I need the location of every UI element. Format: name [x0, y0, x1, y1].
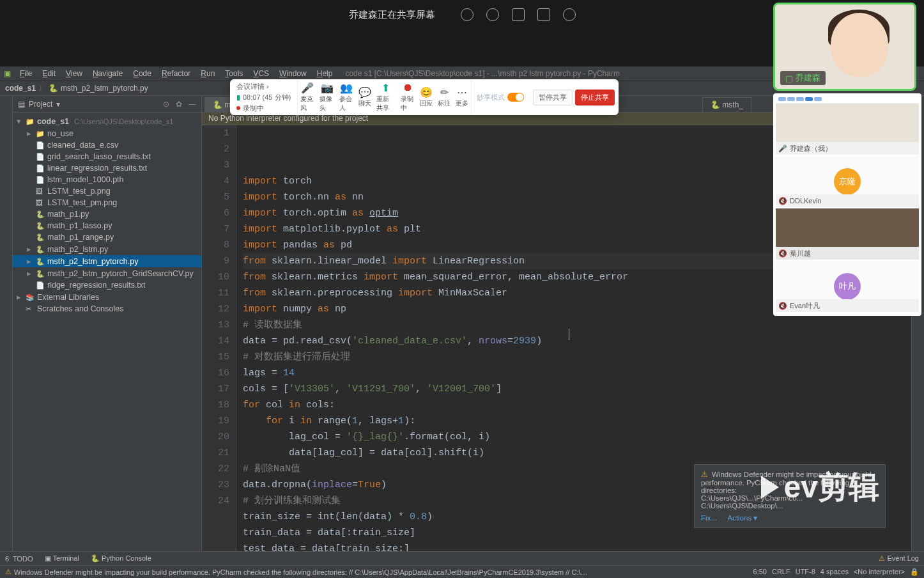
meeting-info[interactable]: 会议详情 › ▮08:07 (45 分钟) 录制中	[230, 79, 298, 115]
event-log-button[interactable]: ⚠ Event Log	[879, 554, 919, 563]
annotate-icon[interactable]	[537, 8, 550, 21]
meeting-聊天-button[interactable]: 💬聊天	[356, 79, 374, 115]
menu-item-edit[interactable]: Edit	[37, 68, 61, 79]
interpreter-status[interactable]: <No interpreter>	[854, 568, 905, 576]
line-separator[interactable]: CRLF	[772, 568, 790, 576]
stop-share-button[interactable]: 停止共享	[575, 90, 615, 105]
tree-external-libs[interactable]: ▸External Libraries	[13, 291, 201, 303]
menu-item-navigate[interactable]: Navigate	[88, 68, 128, 79]
toggle-switch-icon[interactable]	[507, 93, 524, 102]
terminal-tool-button[interactable]: ▣ Terminal	[45, 554, 79, 563]
menu-item-help[interactable]: Help	[312, 68, 338, 79]
menu-item-window[interactable]: Window	[274, 68, 312, 79]
zoom-out-icon[interactable]	[461, 8, 474, 21]
tree-folder[interactable]: ▸no_use	[13, 127, 201, 139]
meeting-回应-button[interactable]: 😊回应	[417, 79, 435, 115]
meeting-摄像头-button[interactable]: 📷摄像头	[317, 79, 336, 115]
menu-item-refactor[interactable]: Refactor	[157, 68, 196, 79]
expand-icon: ▢	[785, 74, 793, 83]
lock-icon[interactable]: 🔒	[910, 568, 919, 576]
tree-file[interactable]: math_p1_range.py	[13, 231, 201, 243]
menu-item-tools[interactable]: Tools	[220, 68, 248, 79]
menu-item-run[interactable]: Run	[196, 68, 220, 79]
participant-thumbnail[interactable]: 京隆 🔇DDLKevin	[776, 156, 919, 207]
actions-dropdown[interactable]: Actions ▾	[727, 514, 757, 522]
tree-file[interactable]: ▸msth_p2_lstm_pytorch.py	[13, 255, 201, 267]
app-icon: ▣	[4, 69, 11, 78]
bottom-tool-bar: 6: TODO ▣ Terminal 🐍 Python Console ⚠ Ev…	[0, 551, 924, 565]
magic-share-toggle[interactable]: 妙享模式	[471, 79, 529, 115]
mic-muted-icon: 🔇	[778, 302, 787, 310]
video-participant-panel: ▢ 乔建森 🎤乔建森（我） 京隆 🔇DDLKevin 🔇葉川越 叶凡 🔇Evan…	[773, 3, 921, 316]
tree-project-root[interactable]: ▾ code_s1 C:\Users\QJS\Desktop\code_s1	[13, 115, 201, 127]
fit-screen-icon[interactable]	[512, 8, 525, 21]
tree-file[interactable]: lstm_model_1000.pth	[13, 174, 201, 185]
project-tool-window: ▤ Project ▾ ⊙ ✿ — ▾ code_s1 C:\Users\QJS…	[13, 96, 202, 551]
editor-tab[interactable]: 🐍 msth_	[702, 97, 751, 112]
tree-file[interactable]: LSTM_test_p.png	[13, 185, 201, 197]
meeting-参会人-button[interactable]: 👥参会人	[337, 79, 356, 115]
participant-thumbnail[interactable]: 叶凡 🔇Evan叶凡	[776, 261, 919, 312]
breadcrumb-file[interactable]: msth_p2_lstm_pytorch.py	[61, 84, 148, 93]
avatar: 叶凡	[834, 273, 861, 300]
meeting-标注-button[interactable]: ✏标注	[435, 79, 453, 115]
meeting-control-toolbar: 会议详情 › ▮08:07 (45 分钟) 录制中 🎤麦克风📷摄像头👥参会人💬聊…	[230, 79, 619, 115]
share-status-text: 乔建森正在共享屏幕	[349, 9, 435, 21]
tree-file[interactable]: ▸msth_p2_lstm_pytorch_GridSearchCV.py	[13, 267, 201, 279]
project-tree: ▾ code_s1 C:\Users\QJS\Desktop\code_s1 ▸…	[13, 113, 201, 317]
collapse-icon[interactable]: ⊙	[163, 100, 169, 109]
tree-file[interactable]: math_p1.py	[13, 208, 201, 220]
tree-scratches[interactable]: Scratches and Consoles	[13, 303, 201, 315]
python-file-icon: 🐍	[49, 84, 58, 93]
status-message: Windows Defender might be impacting your…	[14, 568, 589, 576]
tree-file[interactable]: linear_regression_results.txt	[13, 162, 201, 174]
project-icon: ▤	[18, 100, 25, 109]
tree-file[interactable]: grid_search_lasso_results.txt	[13, 151, 201, 162]
meeting-更多-button[interactable]: ⋯更多	[453, 79, 471, 115]
status-bar: ⚠ Windows Defender might be impacting yo…	[0, 565, 924, 578]
tree-file[interactable]: LSTM_test_pm.png	[13, 197, 201, 208]
indent-setting[interactable]: 4 spaces	[820, 568, 849, 576]
mic-muted-icon: 🔇	[778, 197, 787, 205]
python-console-button[interactable]: 🐍 Python Console	[91, 554, 151, 563]
pause-share-button[interactable]: 暂停共享	[533, 90, 573, 105]
menu-item-vcs[interactable]: VCS	[248, 68, 274, 79]
video-main-speaker[interactable]: ▢ 乔建森	[773, 3, 916, 91]
warning-icon: ⚠	[5, 568, 12, 576]
warning-icon: ⚠	[701, 471, 708, 478]
video-thumbnails: 🎤乔建森（我） 京隆 🔇DDLKevin 🔇葉川越 叶凡 🔇Evan叶凡	[773, 93, 921, 316]
text-cursor	[569, 329, 569, 340]
menu-item-code[interactable]: Code	[128, 68, 157, 79]
speaker-name-tag: ▢ 乔建森	[780, 71, 826, 85]
project-panel-header: ▤ Project ▾ ⊙ ✿ —	[13, 96, 201, 113]
dropdown-icon[interactable]: ▾	[56, 100, 60, 109]
zoom-in-icon[interactable]	[486, 8, 499, 21]
left-tool-strip[interactable]	[0, 96, 13, 551]
play-triangle-icon	[761, 476, 779, 499]
menu-item-file[interactable]: File	[15, 68, 37, 79]
tree-file[interactable]: cleaned_data_e.csv	[13, 139, 201, 151]
fix-link[interactable]: Fix...	[701, 514, 717, 522]
hide-icon[interactable]: —	[189, 100, 196, 109]
meeting-重新共享-button[interactable]: ⬆重新共享	[374, 79, 398, 115]
breadcrumb-root[interactable]: code_s1	[5, 84, 36, 93]
cursor-position[interactable]: 6:50	[753, 568, 767, 576]
line-number-gutter: 123456789101112131415161718192021222324	[202, 125, 236, 551]
avatar: 京隆	[834, 168, 861, 195]
video-watermark: ev剪辑	[761, 467, 879, 508]
file-encoding[interactable]: UTF-8	[796, 568, 815, 576]
meeting-录制中-button[interactable]: ⏺录制中	[398, 79, 417, 115]
participant-thumbnail[interactable]: 🎤乔建森（我）	[776, 104, 919, 155]
meeting-麦克风-button[interactable]: 🎤麦克风	[298, 79, 317, 115]
todo-tool-button[interactable]: 6: TODO	[5, 555, 33, 563]
more-icon[interactable]	[563, 8, 576, 21]
tree-file[interactable]: math_p1_lasso.py	[13, 220, 201, 231]
tree-file[interactable]: ridge_regression_results.txt	[13, 279, 201, 291]
project-title: Project	[29, 100, 52, 109]
tree-file[interactable]: ▸math_p2_lstm.py	[13, 243, 201, 255]
settings-icon[interactable]: ✿	[176, 100, 182, 109]
participant-thumbnail[interactable]: 🔇葉川越	[776, 208, 919, 260]
mic-muted-icon: 🔇	[778, 249, 787, 258]
menu-item-view[interactable]: View	[61, 68, 88, 79]
mic-icon: 🎤	[778, 144, 787, 153]
